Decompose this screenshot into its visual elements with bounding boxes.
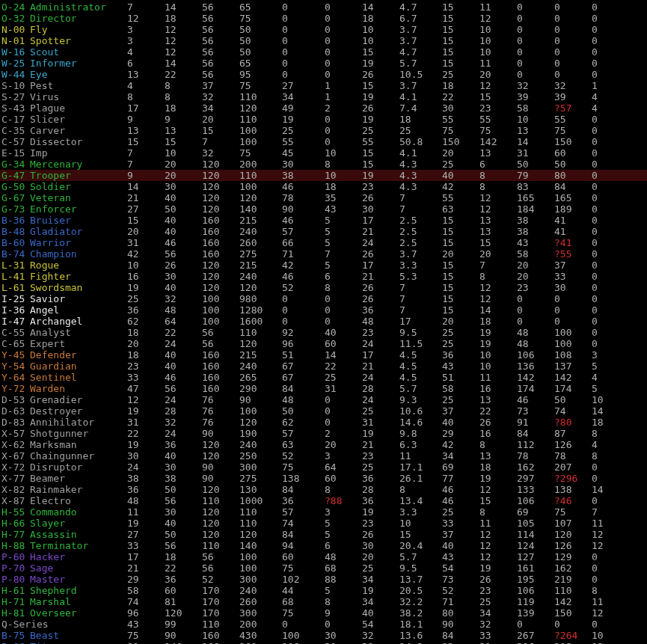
- table-row[interactable]: H-55Commando1130120110573193.325869757: [0, 506, 647, 518]
- row-value: 8: [479, 271, 517, 282]
- table-row[interactable]: E-15Imp71032754510154.1201331600: [0, 147, 647, 159]
- row-name: Electro: [30, 495, 127, 506]
- row-value: 3: [127, 35, 165, 46]
- row-value: 24: [165, 428, 202, 439]
- table-row[interactable]: S-27Virus8832110341194.1221539394: [0, 91, 647, 102]
- row-value: 10: [592, 394, 614, 405]
- table-row[interactable]: D-83Annihilator3132761206203114.6402691?…: [0, 417, 647, 428]
- row-value: 21: [127, 192, 165, 203]
- table-row[interactable]: G-50Soldier14301201004618234.342883840: [0, 181, 647, 192]
- row-value: 300: [239, 574, 282, 585]
- table-row[interactable]: S-10Pest483775271153.7181232321: [0, 80, 647, 91]
- table-row[interactable]: I-25Savior2532100980002671512000: [0, 293, 647, 304]
- row-value: 142: [517, 372, 554, 383]
- row-value: 31: [325, 383, 362, 394]
- table-row[interactable]: X-82Rainmaker365012013084828846121331381…: [0, 484, 647, 495]
- table-row[interactable]: I-47Archangel626410016000048172018000: [0, 316, 647, 327]
- row-value: 2.5: [399, 226, 442, 237]
- table-row[interactable]: Y-54Guardian23401602406722214.5431013613…: [0, 361, 647, 372]
- table-row[interactable]: P-60Hacker1718561006048205.743121271290: [0, 551, 647, 562]
- row-value: 3.3: [399, 260, 442, 271]
- table-row[interactable]: G-47Trooper9201201103810194.340879800: [0, 170, 647, 181]
- table-row[interactable]: C-57Dissector151571005505550.81501421415…: [0, 136, 647, 147]
- row-value: 4.3: [399, 170, 442, 181]
- row-value: 10: [479, 46, 517, 58]
- row-code: E-15: [0, 147, 30, 159]
- table-row[interactable]: Q-Series4399110200005418.19032000: [0, 619, 647, 630]
- table-row[interactable]: O-24Administrator714566500144.71511000: [0, 1, 647, 13]
- row-value: 55: [554, 114, 592, 125]
- row-value: 20.5: [399, 585, 442, 596]
- table-row[interactable]: W-44Eye13225695002610.52520000: [0, 69, 647, 80]
- table-row[interactable]: H-81Overseer961201703007594038.280341391…: [0, 607, 647, 619]
- table-row[interactable]: D-63Destroyer1928761005002510.6372273741…: [0, 405, 647, 417]
- table-row[interactable]: X-77Beamer383890275138603626.17719297?29…: [0, 473, 647, 484]
- table-row[interactable]: L-61Swordsman1940120120528267151223300: [0, 282, 647, 293]
- table-row[interactable]: S-43Plague171834120492267.4302358?574: [0, 102, 647, 114]
- row-value: 12: [479, 192, 517, 203]
- table-row[interactable]: X-72Disruptor24309030075642517.169181622…: [0, 461, 647, 473]
- table-row[interactable]: C-17Slicer99201101901918555510550: [0, 114, 647, 125]
- row-value: 0: [554, 1, 592, 13]
- table-row[interactable]: Y-45Defender18401602155114174.5361010610…: [0, 349, 647, 361]
- row-value: 51: [282, 349, 325, 361]
- table-row[interactable]: Y-72Warden47561602908431285.758161741745: [0, 383, 647, 394]
- row-value: 20: [517, 260, 554, 271]
- table-row[interactable]: N-01Spotter312565000103.71510000: [0, 35, 647, 46]
- row-value: 11: [479, 372, 517, 383]
- row-value: 12: [479, 484, 517, 495]
- table-row[interactable]: B-36Bruiser1540160215465172.5151338410: [0, 215, 647, 226]
- table-row[interactable]: L-41Fighter1630120240466215.315820330: [0, 271, 647, 282]
- row-value: 18: [399, 114, 442, 125]
- row-name: Informer: [30, 58, 127, 69]
- row-value: 16: [127, 271, 165, 282]
- table-row[interactable]: C-35Carver1313151002502525757513750: [0, 125, 647, 136]
- row-value: 20: [202, 114, 239, 125]
- row-value: 78: [517, 450, 554, 461]
- table-row[interactable]: B-48Gladiator2040160240575212.5151338410: [0, 226, 647, 237]
- table-row[interactable]: Y-64Sentinel33461602656725244.5511114214…: [0, 372, 647, 383]
- row-value: 25: [442, 394, 479, 405]
- table-row[interactable]: X-67Chaingunner3040120250523231134137878…: [0, 450, 647, 461]
- row-value: 84: [282, 529, 325, 540]
- table-row[interactable]: N-00Fly312565000103.71510000: [0, 24, 647, 35]
- row-value: 20: [442, 248, 479, 260]
- table-row[interactable]: I-36Angel36481001280003671514000: [0, 304, 647, 316]
- table-row[interactable]: O-32Director1218567500186.71512000: [0, 13, 647, 24]
- row-value: 8: [165, 91, 202, 102]
- table-row[interactable]: P-80Master293652300102883413.77326195219…: [0, 574, 647, 585]
- row-value: 100: [282, 641, 325, 644]
- table-row[interactable]: B-60Warrior3146160260665242.5151543?410: [0, 237, 647, 248]
- table-row[interactable]: G-34Mercenary720120200308154.325650500: [0, 159, 647, 170]
- row-value: 40: [165, 282, 202, 293]
- table-row[interactable]: G-73Enforcer2750120140904330763121841890: [0, 203, 647, 215]
- row-value: 68: [282, 596, 325, 607]
- table-row[interactable]: X-87Electro4856110100036?883613.44615106…: [0, 495, 647, 506]
- table-row[interactable]: W-25Informer614566500195.71511000: [0, 58, 647, 69]
- table-row[interactable]: C-65Expert20245612096602411.52519481000: [0, 338, 647, 349]
- row-value: 0: [325, 316, 362, 327]
- table-row[interactable]: H-77Assassin2750120120845261537121141201…: [0, 529, 647, 540]
- row-value: 0: [592, 574, 614, 585]
- table-row[interactable]: G-67Veteran2140120120783526755121651650: [0, 192, 647, 203]
- table-row[interactable]: C-55Analyst1822561109240239.52519481000: [0, 327, 647, 338]
- table-row[interactable]: D-53Grenadier12247690480249.32513465010: [0, 394, 647, 405]
- table-row[interactable]: B-75Beast7590160430100303213.68433267?26…: [0, 630, 647, 641]
- table-row[interactable]: X-57Shotgunner222490190572199.8291684878: [0, 428, 647, 439]
- table-row[interactable]: H-88Terminator33561101409463020.44012124…: [0, 540, 647, 551]
- row-value: 40: [165, 192, 202, 203]
- table-row[interactable]: X-62Marksman19361202406320216.3428112126…: [0, 439, 647, 450]
- table-row[interactable]: B-74Champion4256160275717263.7202058?550: [0, 248, 647, 260]
- row-value: 77: [442, 473, 479, 484]
- table-row[interactable]: P-70Sage2122561007568259.554191611620: [0, 562, 647, 574]
- row-value: 28: [362, 383, 399, 394]
- table-row[interactable]: B-86Titan89140160260100303814.2923129629…: [0, 641, 647, 644]
- table-row[interactable]: W-16Scout412565000154.71510000: [0, 46, 647, 58]
- row-value: 20: [127, 338, 165, 349]
- row-value: 8: [325, 159, 362, 170]
- table-row[interactable]: H-66Slayer19401201107452310331110510711: [0, 518, 647, 529]
- table-row[interactable]: L-31Rogue1026120215425173.315720370: [0, 260, 647, 271]
- table-row[interactable]: H-71Marshal74811702606883432.27125119142…: [0, 596, 647, 607]
- row-value: 4: [127, 46, 165, 58]
- table-row[interactable]: H-61Shepherd58601702404451920.5522310611…: [0, 585, 647, 596]
